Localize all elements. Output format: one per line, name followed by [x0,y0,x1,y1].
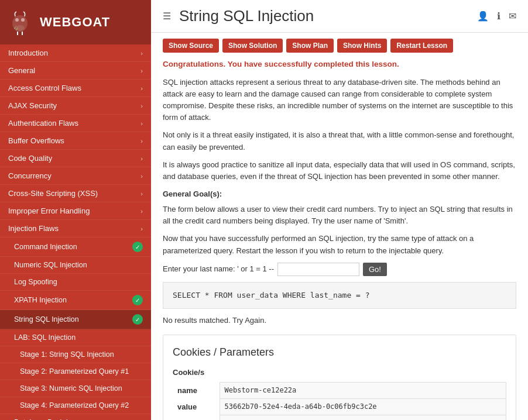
sidebar-item-access-control[interactable]: Access Control Flaws › [0,80,151,97]
cookie-comment-value [220,415,506,420]
svg-text:🐐: 🐐 [13,25,20,32]
toolbar: Show Source Show Solution Show Plan Show… [151,33,528,58]
check-icon: ✓ [132,242,143,252]
cookie-name-value: Webstorm-ce12e22a [220,383,506,399]
sidebar-item-improper-error[interactable]: Improper Error Handling › [0,202,151,220]
sidebar-item-authentication-flaws[interactable]: Authentication Flaws › [0,115,151,132]
paragraph5: Now that you have successfully performed… [163,233,516,256]
content-area: Congratulations. You have successfully c… [151,58,528,420]
cookies-table: name Webstorm-ce12e22a value 53662b70-52… [173,382,506,420]
paragraph4: The form below allows a user to view the… [163,204,516,227]
restart-lesson-button[interactable]: Restart Lesson [390,39,453,53]
cookies-subtitle: Cookie/s [173,367,506,378]
sidebar-item-numeric-sql[interactable]: Numeric SQL Injection [0,257,151,274]
lastname-input[interactable] [277,263,359,276]
sidebar-navigation: Introduction › General › Access Control … [0,44,151,420]
chevron-right-icon: › [140,155,143,162]
show-hints-button[interactable]: Show Hints [337,39,387,53]
webgoat-logo: 🐐 [6,8,34,36]
paragraph1: SQL injection attacks represent a seriou… [163,77,516,124]
sidebar-item-string-sql[interactable]: String SQL Injection ✓ [0,310,151,329]
sidebar-item-xpath-injection[interactable]: XPATH Injection ✓ [0,291,151,310]
sidebar-item-injection-flaws[interactable]: Injection Flaws › [0,220,151,237]
user-icon[interactable]: 👤 [477,11,489,22]
sidebar-item-buffer-overflows[interactable]: Buffer Overflows › [0,132,151,150]
sidebar-item-database-backdoors[interactable]: Database Backdoors [0,414,151,420]
sidebar-item-stage3[interactable]: Stage 3: Numeric SQL Injection [0,380,151,397]
show-source-button[interactable]: Show Source [163,39,219,53]
cookie-value-label: value [173,399,220,415]
paragraph3: It is always good practice to sanitize a… [163,159,516,183]
go-button[interactable]: Go! [363,263,387,276]
cookies-section: Cookies / Parameters Cookie/s name Webst… [163,335,516,420]
cookie-comment-label: comment [173,415,220,420]
cookie-value-value: 53662b70-52e4-4eda-a64b-0c06fb9c3c2e [220,399,506,415]
sidebar-item-stage1[interactable]: Stage 1: String SQL Injection [0,346,151,363]
chevron-right-icon: › [140,67,143,74]
chevron-right-icon: › [140,173,143,180]
page-title: String SQL Injection [179,7,469,25]
main-content: ☰ String SQL Injection 👤 ℹ ✉ Show Source… [151,0,528,420]
cookie-name-label: name [173,383,220,399]
sidebar-item-lab-sql[interactable]: LAB: SQL Injection [0,329,151,346]
hamburger-icon[interactable]: ☰ [163,11,171,22]
sql-query-box: SELECT * FROM user_data WHERE last_name … [163,282,516,309]
sidebar-item-code-quality[interactable]: Code Quality › [0,150,151,167]
no-results-text: No results matched. Try Again. [163,315,516,326]
chevron-right-icon: › [140,50,143,57]
chevron-right-icon: › [140,190,143,197]
form-label: Enter your last name: ' or 1 = 1 -- [163,263,274,275]
chevron-right-icon: › [140,208,143,215]
sidebar-title: WEBGOAT [40,15,110,30]
cookies-section-title: Cookies / Parameters [173,345,506,361]
chevron-right-icon: › [140,102,143,109]
sidebar-item-ajax-security[interactable]: AJAX Security › [0,97,151,115]
sidebar-item-xss[interactable]: Cross-Site Scripting (XSS) › [0,185,151,202]
mail-icon[interactable]: ✉ [509,11,516,22]
sql-query-text: SELECT * FROM user_data WHERE last_name … [173,291,370,299]
paragraph2: Not only is it a threat easily instigate… [163,129,516,153]
sidebar: 🐐 WEBGOAT Introduction › General › Acces… [0,0,151,420]
info-icon[interactable]: ℹ [497,11,500,22]
main-header: ☰ String SQL Injection 👤 ℹ ✉ [151,0,528,33]
sidebar-header: 🐐 WEBGOAT [0,0,151,44]
cookie-name-row: name Webstorm-ce12e22a [173,383,506,399]
chevron-right-icon: › [140,85,143,92]
sidebar-item-stage4[interactable]: Stage 4: Parameterized Query #2 [0,397,151,414]
chevron-right-icon: › [140,137,143,144]
sidebar-item-command-injection[interactable]: Command Injection ✓ [0,237,151,257]
check-icon: ✓ [132,314,143,325]
chevron-right-icon: › [140,225,143,232]
chevron-right-icon: › [140,120,143,127]
sidebar-item-log-spoofing[interactable]: Log Spoofing [0,274,151,291]
sidebar-item-stage2[interactable]: Stage 2: Parameterized Query #1 [0,363,151,380]
show-solution-button[interactable]: Show Solution [222,39,283,53]
sidebar-item-general[interactable]: General › [0,62,151,80]
lastname-form-row: Enter your last name: ' or 1 = 1 -- Go! [163,263,516,276]
general-goals-label: General Goal(s): [163,188,516,200]
cookie-comment-row: comment [173,415,506,420]
success-banner: Congratulations. You have successfully c… [163,58,516,71]
check-icon: ✓ [132,295,143,305]
show-plan-button[interactable]: Show Plan [286,39,334,53]
sidebar-item-introduction[interactable]: Introduction › [0,44,151,62]
header-icons: 👤 ℹ ✉ [477,11,516,22]
sidebar-item-concurrency[interactable]: Concurrency › [0,167,151,185]
svg-point-2 [21,18,25,22]
cookie-value-row: value 53662b70-52e4-4eda-a64b-0c06fb9c3c… [173,399,506,415]
svg-point-1 [15,18,19,22]
